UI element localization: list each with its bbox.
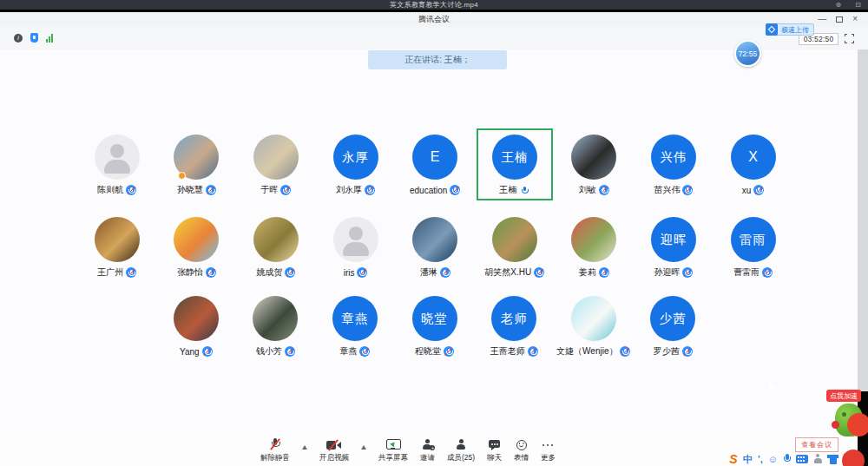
- avatar-initials: 永厚: [342, 149, 369, 166]
- participant-tile[interactable]: 雷雨曹雷雨: [713, 217, 793, 279]
- participant-avatar: X: [731, 135, 776, 180]
- accelerator-ad-bubble[interactable]: 点我加速: [826, 390, 861, 402]
- participant-tile[interactable]: 张静怡: [157, 217, 237, 279]
- expand-arrow-icon[interactable]: [361, 445, 366, 450]
- view-meeting-label: 查看会议: [801, 440, 832, 450]
- participant-tile[interactable]: 王楠王楠: [475, 135, 555, 196]
- avatar-initials: 老师: [501, 311, 528, 327]
- meeting-titlebar: 腾讯会议: [0, 12, 868, 27]
- ime-chinese-icon[interactable]: 中: [743, 453, 753, 465]
- default-avatar-icon: [343, 242, 369, 256]
- ime-punctuation-icon[interactable]: ’,: [758, 453, 763, 465]
- participant-tile[interactable]: 姚成贺: [236, 217, 316, 279]
- speed-upload-label: 极速上传: [781, 25, 809, 35]
- toolbar-button-members[interactable]: 成员(25): [447, 438, 475, 463]
- participant-tile[interactable]: 潘琳: [395, 217, 475, 279]
- members-icon: [456, 438, 466, 451]
- tray-notification-icon[interactable]: [842, 450, 865, 466]
- meeting-info-icon[interactable]: i: [14, 34, 23, 43]
- toolbar-button-invite[interactable]: +邀请: [420, 438, 435, 463]
- participant-nameline: xu: [742, 184, 765, 196]
- mic-muted-icon: [620, 346, 630, 357]
- participant-nameline: 胡笑然X.HU: [484, 266, 544, 279]
- player-display-icon[interactable]: ⊡: [855, 2, 861, 9]
- participant-avatar: [174, 135, 219, 180]
- participant-tile[interactable]: Xxu: [713, 135, 793, 196]
- participant-tile[interactable]: 永厚刘永厚: [316, 135, 396, 196]
- soft-keyboard-icon[interactable]: [796, 455, 808, 463]
- minimize-icon[interactable]: —: [818, 15, 826, 23]
- emoji-icon: [516, 438, 527, 451]
- mic-muted-icon: [762, 267, 773, 278]
- speaking-banner-text: 正在讲话: 王楠；: [404, 54, 470, 66]
- security-shield-icon[interactable]: [30, 33, 38, 43]
- toolbar-button-chat[interactable]: 聊天: [487, 438, 502, 463]
- participant-nameline: 苗兴伟: [654, 184, 693, 196]
- toolbar-button-screen-share[interactable]: 共享屏幕: [378, 438, 408, 463]
- participant-name: 王楠: [499, 184, 516, 196]
- participant-tile[interactable]: 于晖: [236, 135, 316, 196]
- participant-name: 章燕: [339, 345, 357, 358]
- mic-muted-icon: [359, 346, 370, 357]
- toolbar-button-mic-off[interactable]: 解除静音: [260, 438, 290, 463]
- speed-upload-badge[interactable]: 极速上传: [766, 23, 814, 36]
- avatar-initials: X: [748, 149, 758, 165]
- participant-tile[interactable]: 孙晓慧: [157, 135, 237, 196]
- participant-name: 罗少茜: [654, 345, 680, 358]
- participant-tile[interactable]: 王广州: [77, 217, 157, 279]
- mic-muted-icon: [285, 346, 295, 357]
- sogou-input-icon[interactable]: S: [729, 453, 737, 465]
- default-avatar-icon: [349, 226, 363, 240]
- participant-avatar: [412, 217, 457, 262]
- participant-nameline: 刘敏: [579, 184, 609, 196]
- participant-tile[interactable]: 章燕章燕: [315, 296, 395, 358]
- participant-name: Yang: [180, 347, 200, 357]
- mic-muted-icon: [206, 267, 216, 278]
- participant-name: 曹雷雨: [733, 266, 760, 279]
- participant-tile[interactable]: Yang: [156, 296, 236, 358]
- ime-emoji-icon[interactable]: ☺: [768, 453, 778, 465]
- participant-name: 王蔷老师: [490, 345, 525, 358]
- voice-input-icon[interactable]: [783, 454, 791, 465]
- window-edge-strip: [858, 49, 868, 391]
- participant-name: 潘琳: [420, 266, 437, 279]
- participant-name: 陈则航: [97, 184, 123, 196]
- accelerator-button[interactable]: [847, 413, 868, 436]
- mic-muted-icon: [682, 346, 693, 357]
- fullscreen-icon[interactable]: [845, 34, 854, 43]
- participant-tile[interactable]: 老师王蔷老师: [474, 296, 554, 358]
- skin-tray-icon[interactable]: [827, 455, 838, 464]
- participant-name: education: [410, 186, 447, 195]
- toolbar-button-more[interactable]: 更多: [541, 438, 556, 463]
- avatar-initials: 王楠: [501, 149, 528, 166]
- participant-tile[interactable]: 钱小芳: [236, 296, 316, 358]
- participant-tile[interactable]: 姜莉: [555, 217, 635, 279]
- participant-name: 刘永厚: [336, 184, 362, 196]
- participant-tile[interactable]: 少茜罗少茜: [634, 296, 713, 358]
- screen: 英文系教育教学大讨论.mp4 ⊛⊡ 腾讯会议 — × i 极速上传 03:52:…: [0, 0, 868, 466]
- toolbar-button-emoji[interactable]: 表情: [514, 438, 529, 463]
- participant-avatar: [253, 296, 298, 341]
- expand-arrow-icon[interactable]: [302, 445, 307, 450]
- participant-nameline: education: [410, 184, 460, 196]
- participant-tile[interactable]: 文婕（Wenjie）: [554, 296, 634, 358]
- mic-muted-icon: [440, 267, 450, 278]
- participant-tile[interactable]: Eeducation: [395, 135, 475, 196]
- account-tray-icon[interactable]: [813, 454, 822, 464]
- toolbar-button-cam-off[interactable]: 开启视频: [319, 438, 349, 463]
- participant-tile[interactable]: 兴伟苗兴伟: [634, 135, 713, 196]
- participant-tile[interactable]: 刘敏: [555, 135, 635, 196]
- participant-tile[interactable]: 迎晖孙迎晖: [634, 217, 713, 279]
- participant-tile[interactable]: 晓堂程晓堂: [395, 296, 475, 358]
- maximize-icon[interactable]: [836, 16, 843, 23]
- participant-tile[interactable]: 陈则航: [77, 135, 157, 196]
- player-settings-icon[interactable]: ⊛: [836, 2, 842, 9]
- participant-avatar: 少茜: [650, 296, 695, 341]
- participant-avatar: 章燕: [332, 296, 378, 341]
- participant-tile[interactable]: iris: [316, 217, 396, 279]
- close-icon[interactable]: ×: [852, 15, 858, 23]
- timer-value: 03:52:50: [804, 35, 834, 43]
- toolbar-button-label: 开启视频: [319, 453, 349, 463]
- participant-avatar: 王楠: [492, 135, 537, 180]
- participant-tile[interactable]: 胡笑然X.HU: [475, 217, 555, 279]
